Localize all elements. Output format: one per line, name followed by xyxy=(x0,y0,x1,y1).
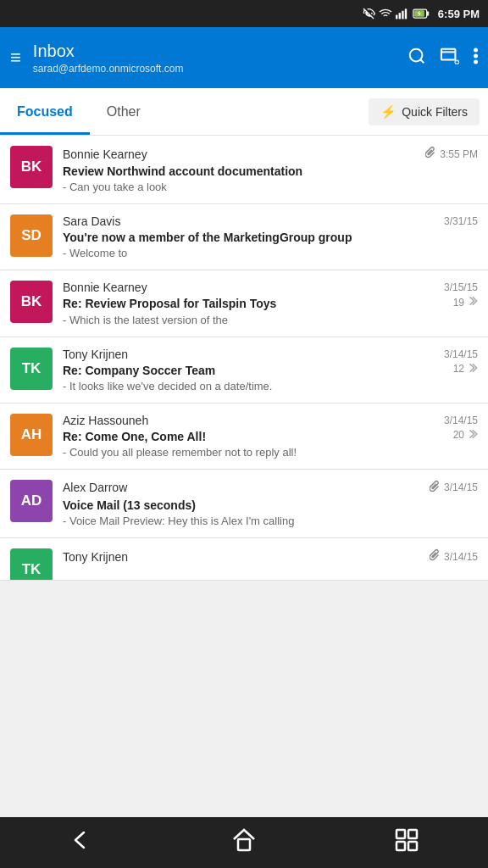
email-date: 3:55 PM xyxy=(440,148,478,160)
email-date: 3/31/15 xyxy=(444,215,478,227)
email-subject: Voice Mail (13 seconds) xyxy=(63,498,478,513)
email-subject: Re: Review Proposal for Tailspin Toys xyxy=(63,296,448,311)
search-icon[interactable] xyxy=(408,47,426,70)
svg-rect-9 xyxy=(441,48,456,59)
avatar: AD xyxy=(10,480,53,522)
sender-name: Tony Krijnen xyxy=(63,550,128,564)
email-date: 3/14/15 xyxy=(444,551,478,563)
sender-name: Sara Davis xyxy=(63,214,120,228)
svg-rect-21 xyxy=(408,842,417,850)
avatar: AH xyxy=(10,414,53,456)
svg-rect-2 xyxy=(402,11,403,19)
sender-name: Alex Darrow xyxy=(63,481,127,494)
menu-icon[interactable]: ≡ xyxy=(10,48,21,67)
svg-rect-19 xyxy=(408,830,417,838)
sender-name: Tony Krijnen xyxy=(63,348,128,361)
email-preview: - Can you take a look xyxy=(63,181,478,193)
avatar: BK xyxy=(10,281,53,323)
email-body: Sara Davis3/31/15You're now a member of … xyxy=(63,214,478,259)
email-preview: - It looks like we've decided on a date/… xyxy=(63,380,448,392)
email-item[interactable]: TKTony Krijnen3/14/15 xyxy=(0,538,488,581)
header-title-block: Inbox sarad@arfdemo.onmicrosoft.com xyxy=(33,42,396,75)
avatar: TK xyxy=(10,548,53,581)
expand-thread-icon xyxy=(466,427,478,443)
tab-bar: Focused Other ⚡ Quick Filters xyxy=(0,88,488,136)
svg-rect-20 xyxy=(396,842,405,850)
email-item[interactable]: AHAziz Hassouneh3/14/15Re: Come One, Com… xyxy=(0,403,488,470)
email-item[interactable]: BKBonnie Kearney3/15/15Re: Review Propos… xyxy=(0,270,488,337)
bolt-icon: ⚡ xyxy=(380,104,396,120)
app-header: ≡ Inbox sarad@arfdemo.onmicrosoft.com xyxy=(0,27,488,88)
quick-filters-button[interactable]: ⚡ Quick Filters xyxy=(369,98,480,125)
svg-rect-0 xyxy=(396,15,397,19)
inbox-title: Inbox xyxy=(33,42,396,61)
email-date: 3/14/15 xyxy=(444,348,478,360)
email-item[interactable]: SDSara Davis3/31/15You're now a member o… xyxy=(0,204,488,270)
avatar: TK xyxy=(10,348,53,390)
email-list: BKBonnie Kearney3:55 PMReview Northwind … xyxy=(0,136,488,817)
email-preview: - Could you all please remember not to r… xyxy=(63,446,448,459)
avatar: BK xyxy=(10,146,53,188)
sender-name: Bonnie Kearney xyxy=(63,147,147,161)
status-time: 6:59 PM xyxy=(438,8,480,20)
email-subject: You're now a member of the MarketingGrou… xyxy=(63,230,478,245)
expand-thread-icon xyxy=(466,294,478,310)
bottom-nav xyxy=(0,817,488,868)
thread-count: 19 xyxy=(453,294,478,310)
back-button[interactable] xyxy=(69,827,94,858)
svg-point-14 xyxy=(474,47,478,52)
thread-count: 20 xyxy=(453,427,478,443)
status-bar: 6:59 PM xyxy=(0,0,488,27)
sender-name: Bonnie Kearney xyxy=(63,281,147,294)
email-subject: Re: Company Soccer Team xyxy=(63,363,448,378)
svg-line-8 xyxy=(420,59,424,63)
svg-point-7 xyxy=(410,48,423,61)
email-subject: Review Northwind account documentation xyxy=(63,164,478,179)
email-item[interactable]: BKBonnie Kearney3:55 PMReview Northwind … xyxy=(0,136,488,204)
svg-rect-3 xyxy=(405,8,407,19)
svg-rect-18 xyxy=(396,830,405,838)
email-preview: - Which is the latest version of the xyxy=(63,314,448,326)
svg-point-16 xyxy=(474,59,478,64)
email-item[interactable]: TKTony Krijnen3/14/15Re: Company Soccer … xyxy=(0,337,488,403)
tab-focused[interactable]: Focused xyxy=(0,88,90,135)
email-body: Aziz Hassouneh3/14/15Re: Come One, Come … xyxy=(63,414,478,459)
expand-thread-icon xyxy=(466,361,478,377)
svg-rect-5 xyxy=(427,12,430,16)
tab-other[interactable]: Other xyxy=(90,88,158,135)
sender-name: Aziz Hassouneh xyxy=(63,414,148,427)
attachment-icon xyxy=(425,146,436,162)
compose-icon[interactable] xyxy=(440,47,460,70)
email-body: Tony Krijnen3/14/15Re: Company Soccer Te… xyxy=(63,348,478,392)
email-preview: - Welcome to xyxy=(63,247,478,259)
avatar: SD xyxy=(10,214,53,257)
home-button[interactable] xyxy=(231,827,257,858)
email-body: Alex Darrow3/14/15Voice Mail (13 seconds… xyxy=(63,480,478,527)
email-date: 3/14/15 xyxy=(444,481,478,493)
svg-point-15 xyxy=(474,53,478,58)
email-subject: Re: Come One, Come All! xyxy=(63,429,448,444)
svg-rect-1 xyxy=(398,13,400,19)
email-date: 3/14/15 xyxy=(444,415,478,426)
header-actions xyxy=(408,47,478,70)
apps-button[interactable] xyxy=(394,827,419,858)
attachment-icon xyxy=(430,480,441,496)
thread-count: 12 xyxy=(453,361,478,377)
email-body: Bonnie Kearney3/15/15Re: Review Proposal… xyxy=(63,281,478,326)
email-preview: - Voice Mail Preview: Hey this is Alex I… xyxy=(63,515,478,527)
svg-rect-17 xyxy=(238,839,250,850)
account-email: sarad@arfdemo.onmicrosoft.com xyxy=(33,63,396,75)
attachment-icon xyxy=(430,548,441,565)
status-icons xyxy=(362,7,430,20)
email-item[interactable]: ADAlex Darrow3/14/15Voice Mail (13 secon… xyxy=(0,470,488,538)
email-body: Tony Krijnen3/14/15 xyxy=(63,548,478,565)
email-date: 3/15/15 xyxy=(444,281,478,293)
email-body: Bonnie Kearney3:55 PMReview Northwind ac… xyxy=(63,146,478,193)
more-icon[interactable] xyxy=(474,47,478,70)
